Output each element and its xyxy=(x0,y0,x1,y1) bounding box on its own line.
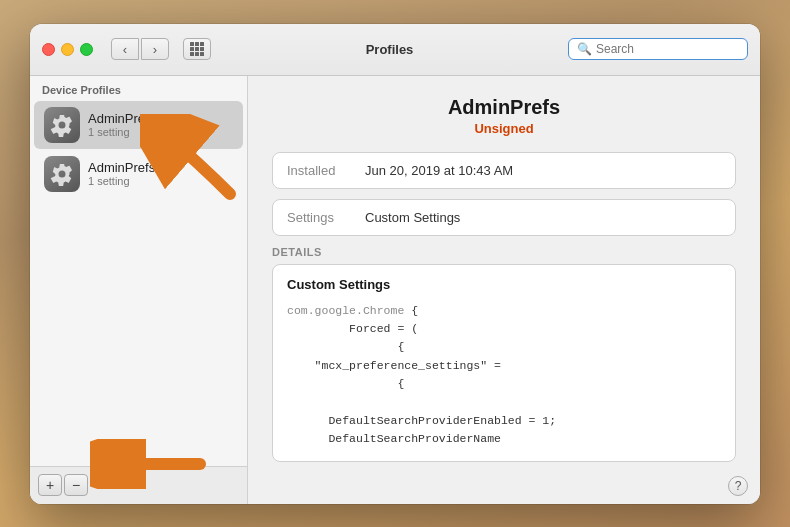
sidebar-item-name-0: AdminPrefs xyxy=(88,111,155,126)
code-content: com.google.Chrome { Forced = ( { "mcx_pr… xyxy=(287,302,721,449)
settings-value: Custom Settings xyxy=(365,210,460,225)
gear-svg-0 xyxy=(50,113,74,137)
grid-button[interactable] xyxy=(183,38,211,60)
detail-header: AdminPrefs Unsigned xyxy=(272,96,736,136)
titlebar: ‹ › Profiles 🔍 xyxy=(30,24,760,76)
sidebar-toolbar: + − xyxy=(30,466,247,504)
sidebar-item-sub-0: 1 setting xyxy=(88,126,155,138)
help-button[interactable]: ? xyxy=(728,476,748,496)
nav-buttons: ‹ › xyxy=(111,38,169,60)
sidebar-item-text-0: AdminPrefs 1 setting xyxy=(88,111,155,138)
code-line-0: com.google.Chrome xyxy=(287,304,404,317)
sidebar-item-sub-1: 1 setting xyxy=(88,175,155,187)
profile-icon-1 xyxy=(44,156,80,192)
main-content: Device Profiles AdminPrefs 1 setting xyxy=(30,76,760,504)
detail-panel: AdminPrefs Unsigned Installed Jun 20, 20… xyxy=(248,76,760,504)
back-button[interactable]: ‹ xyxy=(111,38,139,60)
profile-icon-0 xyxy=(44,107,80,143)
add-profile-button[interactable]: + xyxy=(38,474,62,496)
code-box-title: Custom Settings xyxy=(287,277,721,292)
gear-svg-1 xyxy=(50,162,74,186)
sidebar: Device Profiles AdminPrefs 1 setting xyxy=(30,76,248,504)
forward-button[interactable]: › xyxy=(141,38,169,60)
installed-row: Installed Jun 20, 2019 at 10:43 AM xyxy=(272,152,736,189)
installed-value: Jun 20, 2019 at 10:43 AM xyxy=(365,163,513,178)
sidebar-header: Device Profiles xyxy=(30,76,247,100)
grid-icon xyxy=(190,42,204,56)
detail-title: AdminPrefs xyxy=(272,96,736,119)
maximize-button[interactable] xyxy=(80,43,93,56)
detail-status: Unsigned xyxy=(272,121,736,136)
traffic-lights xyxy=(42,43,93,56)
sidebar-list: AdminPrefs 1 setting AdminPrefs 1 se xyxy=(30,100,247,466)
settings-label: Settings xyxy=(287,210,357,225)
sidebar-item-0[interactable]: AdminPrefs 1 setting xyxy=(34,101,243,149)
code-box: Custom Settings com.google.Chrome { Forc… xyxy=(272,264,736,462)
window-title: Profiles xyxy=(219,42,560,57)
sidebar-item-text-1: AdminPrefs 1 setting xyxy=(88,160,155,187)
minimize-button[interactable] xyxy=(61,43,74,56)
sidebar-item-1[interactable]: AdminPrefs 1 setting xyxy=(34,150,243,198)
search-box[interactable]: 🔍 xyxy=(568,38,748,60)
section-label: DETAILS xyxy=(272,246,736,258)
remove-profile-button[interactable]: − xyxy=(64,474,88,496)
search-icon: 🔍 xyxy=(577,42,592,56)
close-button[interactable] xyxy=(42,43,55,56)
settings-row: Settings Custom Settings xyxy=(272,199,736,236)
search-input[interactable] xyxy=(596,42,739,56)
sidebar-item-name-1: AdminPrefs xyxy=(88,160,155,175)
installed-label: Installed xyxy=(287,163,357,178)
